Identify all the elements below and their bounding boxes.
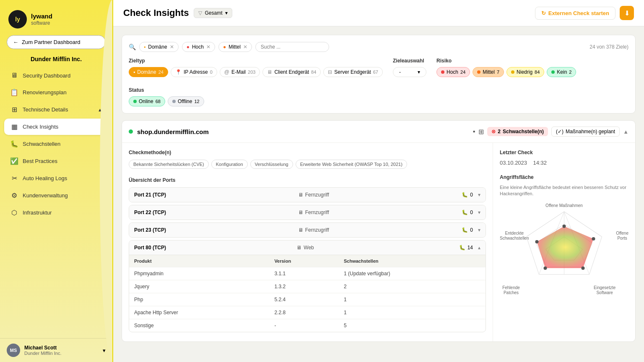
port-23-row: Port 23 (TCP) 🖥 Fernzugriff 🐛 0 ▾ bbox=[129, 222, 486, 238]
zieltyp-domaene[interactable]: ▪ Domäne 24 bbox=[129, 67, 168, 77]
radar-label-ports: OffenePorts bbox=[616, 231, 628, 241]
radar-label-patches: FehlendePatches bbox=[502, 285, 520, 295]
remove-domain-tag[interactable]: ✕ bbox=[170, 44, 174, 50]
port-23-header[interactable]: Port 23 (TCP) 🖥 Fernzugriff 🐛 0 ▾ bbox=[129, 223, 486, 237]
svg-point-11 bbox=[582, 266, 585, 270]
back-arrow-icon: ← bbox=[13, 39, 18, 45]
search-input[interactable] bbox=[255, 42, 329, 52]
risiko-hoch[interactable]: Hoch 24 bbox=[436, 67, 470, 77]
port-23-toggle[interactable]: ▾ bbox=[478, 227, 480, 233]
sidebar-item-check-insights[interactable]: ▦ Check Insights bbox=[4, 119, 108, 135]
risiko-mittel[interactable]: Mittel 7 bbox=[473, 67, 504, 77]
avatar: MS bbox=[7, 344, 20, 357]
page-header: Check Insights ▽ Gesamt ▾ ↻ Externen Che… bbox=[113, 0, 644, 26]
web-icon: 🖥 bbox=[296, 245, 301, 251]
email-chip-icon: @ bbox=[224, 69, 229, 75]
version-cell: - bbox=[269, 319, 339, 332]
version-cell: 2.2.8 bbox=[269, 306, 339, 319]
logo-sub: software bbox=[31, 20, 52, 26]
sidebar-item-renovierungsplan[interactable]: 📋 Renovierungsplan bbox=[4, 84, 108, 101]
port-80-service: 🖥 Web bbox=[296, 245, 454, 251]
zieltyp-server[interactable]: ⊟ Server Endgerät 67 bbox=[323, 67, 383, 77]
attack-label: Angriffsfläche bbox=[500, 174, 628, 180]
zieltyp-client[interactable]: 🖥 Client Endgerät 84 bbox=[262, 67, 321, 77]
hoch-filter-tag[interactable]: ● Hoch ✕ bbox=[182, 42, 215, 52]
download-button[interactable]: ⬇ bbox=[620, 6, 634, 20]
product-cell: Jquery bbox=[129, 280, 269, 293]
user-dropdown-button[interactable]: ▾ bbox=[103, 347, 106, 354]
mittel-filter-tag[interactable]: ● Mittel ✕ bbox=[218, 42, 252, 52]
main-content: Check Insights ▽ Gesamt ▾ ↻ Externen Che… bbox=[113, 0, 644, 362]
target-expand-button[interactable]: ▲ bbox=[623, 129, 628, 135]
port-80-header[interactable]: Port 80 (TCP) 🖥 Web 🐛 14 ▴ bbox=[129, 240, 486, 255]
network-icon: ⬡ bbox=[10, 209, 18, 217]
sidebar-item-best-practices[interactable]: ✅ Best Practices bbox=[4, 153, 108, 169]
target-actions: ▪ ⊞ ⊗ 2 Schwachstelle(n) (✓) Maßnahme(n)… bbox=[473, 127, 628, 137]
port-22-toggle[interactable]: ▾ bbox=[478, 209, 480, 215]
target-domain: shop.dundermifflin.com bbox=[137, 128, 209, 135]
vuln-cell: 1 (Update verfügbar) bbox=[339, 267, 486, 280]
sidebar-item-kundenverwaltung[interactable]: ⚙ Kundenverwaltung bbox=[4, 187, 108, 204]
svg-point-9 bbox=[563, 225, 566, 228]
last-check-label: Letzter Check bbox=[500, 150, 628, 155]
user-name: Michael Scott bbox=[24, 345, 99, 351]
svg-point-13 bbox=[535, 240, 539, 243]
remove-hoch-tag[interactable]: ✕ bbox=[206, 44, 210, 50]
gesamt-filter[interactable]: ▽ Gesamt ▾ bbox=[194, 8, 232, 18]
risiko-niedrig[interactable]: Niedrig 84 bbox=[506, 67, 544, 77]
ip-chip-icon: 📍 bbox=[175, 69, 182, 75]
partner-dashboard-button[interactable]: ← Zum Partner Dashboard bbox=[7, 35, 106, 49]
risiko-kein[interactable]: Kein 2 bbox=[547, 67, 576, 77]
status-offline[interactable]: Offline 12 bbox=[168, 96, 204, 106]
logo-icon: ly bbox=[8, 10, 27, 28]
vuln-badge: ⊗ 2 Schwachstelle(n) bbox=[487, 127, 548, 136]
chevron-up-icon: ▲ bbox=[98, 107, 102, 112]
port-21-toggle[interactable]: ▾ bbox=[478, 192, 480, 198]
port-23-vulns: 🐛 0 bbox=[462, 227, 473, 233]
service-icon: 🖥 bbox=[298, 227, 303, 233]
radar-svg bbox=[500, 203, 628, 295]
vuln-cell: 1 bbox=[339, 293, 486, 306]
sidebar-item-security-dashboard[interactable]: 🖥 Security Dashboard bbox=[4, 67, 108, 83]
port-22-name: Port 22 (TCP) bbox=[134, 209, 293, 215]
target-body: Checkmethode(n) Bekannte Sicherheitslück… bbox=[122, 143, 635, 341]
bug-icon: 🐛 bbox=[462, 227, 468, 233]
bug-icon: 🐛 bbox=[462, 209, 468, 215]
target-left-panel: Checkmethode(n) Bekannte Sicherheitslück… bbox=[122, 143, 493, 341]
extern-check-button[interactable]: ↻ Externen Check starten bbox=[535, 7, 615, 20]
product-cell: Phpmyadmin bbox=[129, 267, 269, 280]
port-22-service: 🖥 Fernzugriff bbox=[298, 209, 457, 215]
remove-mittel-tag[interactable]: ✕ bbox=[243, 44, 247, 50]
monitor-icon: 🖥 bbox=[10, 72, 18, 79]
port-80-toggle[interactable]: ▴ bbox=[478, 245, 480, 251]
zieleauswahl-dropdown[interactable]: - ▾ bbox=[393, 67, 426, 77]
table-row: Php 5.2.4 1 bbox=[129, 293, 486, 306]
client-chip-icon: 🖥 bbox=[267, 69, 272, 75]
mittel-tag-icon: ● bbox=[223, 44, 226, 50]
method-config: Konfiguration bbox=[211, 160, 248, 169]
port-80-table: Produkt Version Schwachstellen Phpmyadmi… bbox=[129, 255, 486, 332]
domain-filter-tag[interactable]: ▪ Domäne ✕ bbox=[139, 42, 179, 52]
checklist-icon: ▦ bbox=[10, 123, 18, 131]
vuln-cell: 1 bbox=[339, 306, 486, 319]
port-22-header[interactable]: Port 22 (TCP) 🖥 Fernzugriff 🐛 0 ▾ bbox=[129, 205, 486, 220]
col-version: Version bbox=[269, 255, 339, 267]
dropdown-arrow-icon: ▾ bbox=[418, 69, 420, 75]
zieltyp-ip[interactable]: 📍 IP Adresse 0 bbox=[171, 67, 217, 77]
sidebar-item-auto-healing[interactable]: ✂ Auto Healing Logs bbox=[4, 170, 108, 186]
radar-chart: Offene Maßnahmen OffenePorts Eingesetzte… bbox=[500, 203, 628, 295]
sidebar-item-infrastruktur[interactable]: ⬡ Infrastruktur bbox=[4, 204, 108, 221]
zieltyp-email[interactable]: @ E-Mail 203 bbox=[220, 67, 260, 77]
user-company: Dunder Mifflin Inc. bbox=[24, 351, 99, 356]
col-product: Produkt bbox=[129, 255, 269, 267]
sidebar-item-schwachstellen[interactable]: 🐛 Schwachstellen bbox=[4, 136, 108, 152]
status-online[interactable]: Online 68 bbox=[129, 96, 165, 106]
domain-chip-icon: ▪ bbox=[133, 69, 135, 75]
sidebar-item-technische-details[interactable]: ⊞ Technische Details ▲ bbox=[4, 101, 108, 118]
grid-icon: ⊞ bbox=[10, 106, 18, 114]
user-section: MS Michael Scott Dunder Mifflin Inc. ▾ bbox=[0, 338, 112, 362]
vuln-icon: ⊗ bbox=[491, 129, 496, 134]
port-21-header[interactable]: Port 21 (TCP) 🖥 Fernzugriff 🐛 0 ▾ bbox=[129, 188, 486, 202]
version-cell: 5.2.4 bbox=[269, 293, 339, 306]
method-cve: Bekannte Sicherheitslücken (CVE) bbox=[129, 160, 209, 169]
